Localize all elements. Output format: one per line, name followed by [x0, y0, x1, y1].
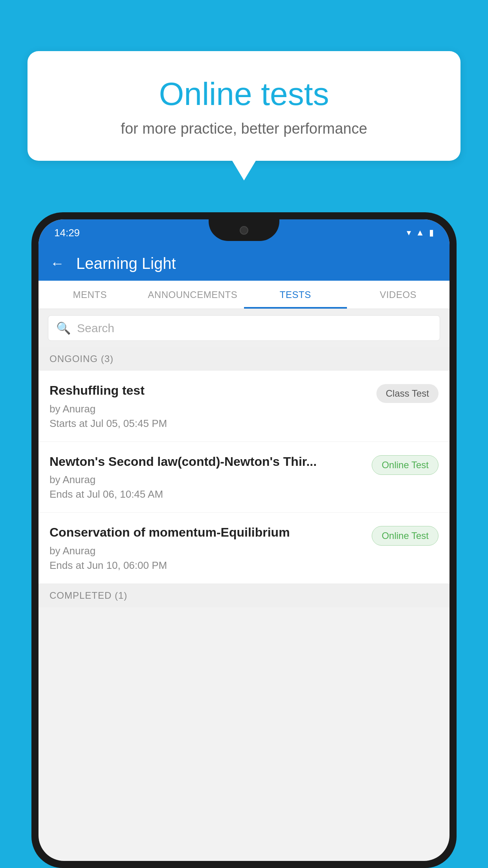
search-icon: 🔍: [56, 321, 71, 335]
test-date-conservation: Ends at Jun 10, 06:00 PM: [50, 559, 364, 572]
tab-announcements[interactable]: ANNOUNCEMENTS: [141, 281, 244, 309]
test-date-newton: Ends at Jul 06, 10:45 AM: [50, 488, 364, 500]
test-info-reshuffling: Reshuffling test by Anurag Starts at Jul…: [50, 383, 369, 430]
test-date-reshuffling: Starts at Jul 05, 05:45 PM: [50, 417, 369, 430]
status-time: 14:29: [54, 227, 80, 239]
test-info-newton: Newton's Second law(contd)-Newton's Thir…: [50, 454, 364, 501]
camera-notch: [240, 226, 248, 235]
status-icons: ▾ ▲ ▮: [407, 228, 434, 238]
tab-ments[interactable]: MENTS: [39, 281, 141, 309]
battery-icon: ▮: [429, 228, 434, 238]
phone-wrapper: 14:29 ▾ ▲ ▮ ← Learning Light MENTS ANNOU…: [31, 212, 457, 868]
ongoing-section-header: ONGOING (3): [39, 347, 449, 371]
search-placeholder: Search: [77, 322, 114, 335]
tab-tests[interactable]: TESTS: [244, 281, 347, 309]
test-badge-reshuffling: Class Test: [376, 384, 438, 403]
app-bar: ← Learning Light: [39, 246, 449, 281]
bubble-subtitle: for more practice, better performance: [55, 120, 433, 137]
speech-bubble-container: Online tests for more practice, better p…: [28, 51, 460, 180]
ongoing-label: ONGOING (3): [50, 353, 114, 364]
test-title-conservation: Conservation of momentum-Equilibrium: [50, 524, 364, 541]
test-badge-conservation: Online Test: [372, 526, 438, 546]
speech-bubble: Online tests for more practice, better p…: [28, 51, 460, 161]
test-author-reshuffling: by Anurag: [50, 403, 369, 415]
back-button[interactable]: ←: [50, 255, 64, 272]
signal-icon: ▲: [416, 228, 424, 238]
tab-videos[interactable]: VIDEOS: [347, 281, 450, 309]
test-item-conservation[interactable]: Conservation of momentum-Equilibrium by …: [39, 513, 449, 584]
speech-bubble-tail: [232, 161, 256, 180]
search-bar: 🔍 Search: [39, 309, 449, 347]
test-info-conservation: Conservation of momentum-Equilibrium by …: [50, 524, 364, 572]
test-item-newton[interactable]: Newton's Second law(contd)-Newton's Thir…: [39, 442, 449, 513]
test-list: Reshuffling test by Anurag Starts at Jul…: [39, 371, 449, 584]
bubble-title: Online tests: [55, 75, 433, 113]
test-title-reshuffling: Reshuffling test: [50, 383, 369, 399]
completed-label: COMPLETED (1): [50, 590, 127, 601]
test-author-newton: by Anurag: [50, 474, 364, 486]
phone-notch: [209, 219, 279, 241]
status-bar: 14:29 ▾ ▲ ▮: [39, 219, 449, 246]
phone-outer: 14:29 ▾ ▲ ▮ ← Learning Light MENTS ANNOU…: [31, 212, 457, 868]
test-item-reshuffling[interactable]: Reshuffling test by Anurag Starts at Jul…: [39, 371, 449, 442]
test-badge-newton: Online Test: [372, 455, 438, 475]
tab-bar: MENTS ANNOUNCEMENTS TESTS VIDEOS: [39, 281, 449, 309]
test-title-newton: Newton's Second law(contd)-Newton's Thir…: [50, 454, 364, 470]
phone-inner: 14:29 ▾ ▲ ▮ ← Learning Light MENTS ANNOU…: [39, 219, 449, 861]
wifi-icon: ▾: [407, 228, 411, 238]
test-author-conservation: by Anurag: [50, 545, 364, 557]
search-input-wrapper[interactable]: 🔍 Search: [48, 315, 440, 341]
completed-section-header: COMPLETED (1): [39, 584, 449, 607]
app-bar-title: Learning Light: [76, 255, 176, 272]
